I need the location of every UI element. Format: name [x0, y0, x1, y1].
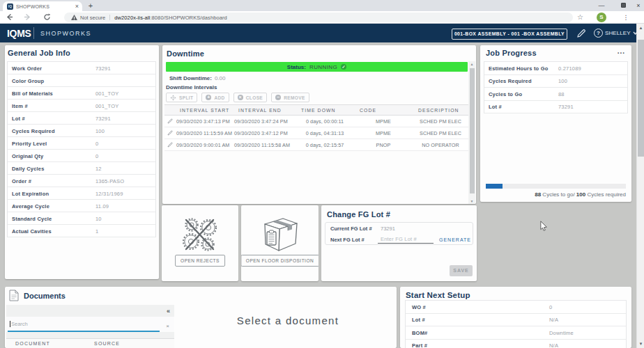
user-name: SHELLEY	[605, 30, 631, 36]
interval-row[interactable]: 09/30/2020 9:00:01 AM 09/30/2020 11:15:5…	[164, 139, 468, 151]
row-value: 100	[558, 78, 567, 84]
col-code: CODE	[354, 108, 413, 113]
current-fg-lot-row: Current FG Lot # 73291	[325, 223, 473, 234]
row-value: Downtime	[549, 329, 574, 335]
split-button[interactable]: SPLIT	[166, 93, 197, 102]
window-restore-button[interactable]	[616, 0, 630, 10]
table-row: Order # 1365-PASO	[8, 175, 155, 187]
edit-pencil-icon[interactable]	[576, 29, 586, 38]
add-circle-glyph: +	[206, 95, 211, 100]
close-label: CLOSE	[246, 95, 263, 100]
row-value: 0	[95, 152, 98, 159]
code: MPME	[354, 130, 413, 136]
table-row: Actual Cavities 1	[8, 225, 155, 237]
time-down: 0 days, 04:31:13	[296, 130, 354, 136]
search-band: Search ×	[6, 317, 174, 332]
generate-link[interactable]: GENERATE	[439, 237, 471, 242]
clear-search-icon[interactable]: ×	[166, 323, 169, 329]
browser-tab[interactable]: IQ SHOPWORKS ×	[3, 1, 82, 11]
open-floor-disposition-button[interactable]: OPEN FLOOR DISPOSITION	[241, 255, 319, 267]
row-label: Bill of Materials	[12, 90, 53, 96]
row-label: Original Qty	[12, 152, 43, 159]
new-tab-button[interactable]: +	[86, 2, 95, 10]
tab-close-icon[interactable]: ×	[75, 3, 79, 10]
row-label: Cycles Required	[12, 127, 55, 134]
close-button[interactable]: × CLOSE	[233, 93, 267, 102]
downtime-scrollbar-thumb[interactable]	[470, 68, 475, 193]
row-value: 0	[95, 140, 98, 146]
row-label: Daily Cycles	[12, 165, 45, 171]
scroll-up-icon[interactable]: ▲	[468, 62, 475, 66]
progress-bar	[486, 184, 626, 189]
code: MPME	[354, 118, 413, 125]
refresh-button[interactable]	[43, 13, 52, 22]
window-close-button[interactable]: ×	[633, 0, 644, 10]
machine-selector-button[interactable]: 001-BOX ASSEMBLY - 001 -BOX ASSEMBLY	[452, 29, 567, 40]
row-label: Priority Level	[12, 140, 47, 146]
rejects-gears-icon	[180, 215, 220, 254]
row-label: Lot #	[412, 317, 425, 323]
remove-button[interactable]: − REMOVE	[271, 93, 309, 102]
back-button[interactable]	[6, 13, 15, 22]
interval-row[interactable]: 09/30/2020 3:47:13 PM 09/30/2020 3:47:24…	[164, 116, 468, 127]
warning-icon	[71, 15, 77, 20]
table-row: Daily Cycles 12	[8, 162, 155, 175]
change-fg-lot-card: Change FG Lot # Current FG Lot # 73291 N…	[321, 205, 477, 281]
row-value: 0	[549, 303, 552, 310]
close-circle-glyph: ×	[238, 95, 243, 100]
bookmark-star-icon[interactable]: ☆	[576, 13, 585, 22]
col-description: DESCRIPTION	[413, 108, 468, 113]
forward-button[interactable]	[24, 13, 33, 22]
downtime-title: Downtime	[167, 49, 204, 58]
row-label: Part #	[412, 342, 427, 348]
security-chip[interactable]: Not secure	[80, 15, 105, 21]
description: SCHED PM ELEC	[413, 130, 468, 136]
row-label: Lot #	[489, 104, 502, 110]
row-label: Estimated Hours to Go	[489, 65, 548, 71]
current-fg-lot-value: 73291	[381, 226, 395, 232]
time-down: 0 days, 00:00:11	[296, 118, 354, 125]
window-minimize-button[interactable]: —	[595, 0, 608, 10]
code: PNOP	[354, 142, 413, 148]
page-scrollbar-thumb[interactable]	[638, 40, 644, 157]
user-menu[interactable]: SHELLEY	[605, 30, 638, 36]
browser-avatar[interactable]: S	[597, 13, 606, 22]
caption-tail: Cycles required	[585, 191, 626, 198]
interval-start: 09/30/2020 11:15:59 AM	[174, 130, 233, 136]
url-path: :8080/SHOPWORKS/dashboard	[150, 15, 227, 21]
address-bar[interactable]: Not secure dw2020x-iis-all:8080/SHOPWORK…	[64, 13, 573, 22]
iqms-logo: IQMS	[7, 28, 31, 39]
interval-row[interactable]: 09/30/2020 11:15:59 AM 09/30/2020 3:47:1…	[164, 127, 468, 139]
browser-menu-icon[interactable]: ⋮	[622, 13, 629, 22]
table-row: Item # 001_TOY	[8, 100, 155, 112]
table-row: Lot # N/A	[406, 314, 626, 327]
fg-lot-form: Current FG Lot # 73291 Next FG Lot # Ent…	[325, 222, 473, 245]
start-next-setup-table: WO # 0 Lot # N/A BOM# Downtime Part # N/…	[405, 300, 627, 348]
shift-downtime: Shift Downtime:0.00	[169, 75, 225, 81]
row-value: N/A	[549, 342, 558, 348]
page-scroll-up-icon[interactable]: ▲	[637, 26, 644, 30]
help-icon[interactable]: ?	[594, 29, 603, 38]
page-scroll-down-icon[interactable]: ▼	[637, 342, 644, 346]
search-input[interactable]: Search	[10, 321, 28, 327]
row-value: 0.271089	[558, 65, 581, 71]
table-row: Lot Expiration 12/31/1969	[8, 187, 155, 200]
open-rejects-button[interactable]: OPEN REJECTS	[175, 255, 225, 267]
next-fg-lot-input[interactable]: Enter FG Lot #	[378, 235, 434, 244]
documents-title: Documents	[24, 292, 66, 300]
save-button[interactable]: SAVE	[450, 265, 473, 276]
edit-row-pencil-icon[interactable]	[164, 130, 174, 136]
browser-tabstrip: IQ SHOPWORKS × + — ×	[0, 0, 644, 11]
downtime-panel: Downtime Status: RUNNING ✓ Shift Downtim…	[162, 45, 476, 204]
scroll-down-icon[interactable]: ▼	[468, 199, 475, 203]
job-progress-title: Job Progress	[486, 49, 537, 57]
url-host: dw2020x-iis-all	[114, 15, 150, 21]
next-fg-lot-label: Next FG Lot #	[330, 237, 365, 243]
downtime-scrollbar[interactable]: ▲ ▼	[468, 61, 475, 204]
edit-row-pencil-icon[interactable]	[164, 118, 174, 124]
collapse-icon[interactable]: «	[167, 308, 170, 315]
panel-menu-icon[interactable]: ...	[618, 47, 625, 55]
add-button[interactable]: + ADD	[201, 93, 229, 102]
edit-row-pencil-icon[interactable]	[164, 142, 174, 148]
page-scrollbar[interactable]: ▲ ▼	[636, 24, 644, 348]
